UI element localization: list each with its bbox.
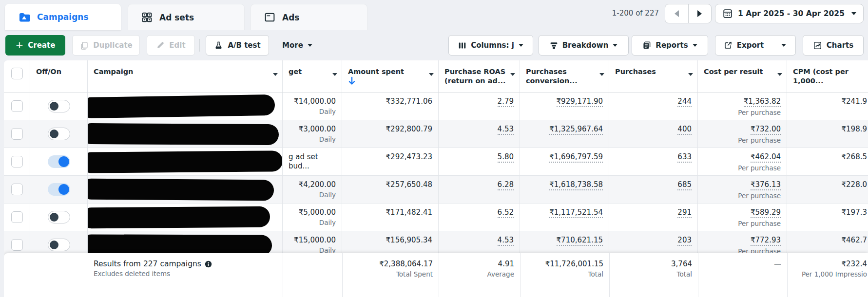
campaign-name-cell[interactable] — [88, 204, 283, 231]
campaign-name-cell[interactable] — [88, 120, 283, 148]
row-checkbox[interactable] — [11, 239, 23, 251]
more-button[interactable]: More — [274, 35, 321, 56]
chevron-down-icon — [693, 44, 697, 47]
tab-ad-sets[interactable]: Ad sets — [128, 4, 245, 30]
table-header-row: Off/On Campaign get Amount spent Purchas… — [4, 60, 868, 93]
campaign-toggle[interactable] — [48, 239, 70, 251]
sort-menu-icon[interactable] — [273, 73, 278, 76]
row-checkbox[interactable] — [11, 184, 23, 195]
results-title: Results from 227 campaigns — [94, 260, 201, 268]
budget-cell: ₹3,000.00 Daily — [283, 120, 342, 148]
budget-cell: g ad set bud... — [283, 148, 342, 175]
row-checkbox[interactable] — [11, 156, 23, 167]
tab-ads[interactable]: Ads — [251, 4, 367, 30]
header-amount-spent[interactable]: Amount spent — [342, 60, 439, 92]
export-button[interactable]: Export — [715, 35, 772, 56]
summary-footer: Results from 227 campaigns Excludes dele… — [4, 253, 868, 297]
ab-test-button[interactable]: A/B test — [206, 35, 269, 56]
footer-amount-spent: ₹2,388,064.17 Total Spent — [342, 253, 439, 297]
sort-menu-icon[interactable] — [777, 73, 782, 76]
toggle-knob — [50, 130, 58, 138]
toggle-knob — [58, 156, 69, 167]
cost-per-result-cell: ₹732.00 Per purchase — [698, 120, 787, 148]
amount-spent-cell: ₹292,473.23 — [342, 148, 439, 175]
chevron-down-icon — [613, 44, 617, 47]
actions-toolbar: + Create Duplicate Edit A/B test More Co… — [0, 31, 868, 59]
columns-button[interactable]: Columns: j — [448, 35, 533, 56]
redacted-campaign-name — [88, 179, 274, 201]
export-options-button[interactable] — [772, 35, 796, 56]
header-purchases-conversion[interactable]: Purchases conversion... — [520, 60, 609, 92]
sort-menu-icon[interactable] — [429, 73, 434, 76]
info-icon[interactable] — [205, 260, 212, 268]
purchases-cell: 685 — [609, 176, 698, 203]
footer-budget-cell — [283, 253, 342, 297]
cost-per-result-cell: ₹589.29 Per purchase — [698, 204, 787, 231]
campaign-toggle[interactable] — [48, 155, 70, 168]
edit-button-label: Edit — [169, 41, 185, 50]
campaign-name-cell[interactable] — [88, 148, 283, 175]
header-purchases[interactable]: Purchases — [609, 60, 698, 92]
sort-descending-icon — [348, 76, 433, 85]
amount-spent-cell: ₹332,771.06 — [342, 93, 439, 120]
flask-icon — [214, 41, 223, 50]
columns-icon — [458, 41, 466, 50]
top-tab-bar: Campaigns Ad sets Ads 1-200 of 227 1 Apr… — [0, 0, 868, 31]
campaign-name-cell[interactable] — [88, 93, 283, 120]
header-cost-per-result[interactable]: Cost per result — [698, 60, 787, 92]
next-page-button[interactable] — [688, 4, 712, 23]
chevron-down-icon — [781, 44, 786, 47]
edit-button[interactable]: Edit — [147, 35, 195, 56]
previous-page-icon — [675, 10, 679, 17]
campaign-toggle[interactable] — [48, 128, 70, 140]
breakdown-button-label: Breakdown — [562, 41, 609, 50]
footer-cost-per-result: — — [698, 253, 787, 297]
columns-button-label: Columns: j — [471, 41, 514, 50]
campaign-toggle[interactable] — [48, 183, 70, 196]
date-range-selector[interactable]: 1 Apr 2025 - 30 Apr 2025 — [715, 4, 864, 23]
tab-campaigns-label: Campaigns — [37, 12, 89, 22]
reports-button[interactable]: Reports — [632, 35, 708, 56]
purchases-conversion-value-cell: ₹1,117,521.54 — [520, 204, 609, 231]
campaign-name-cell[interactable] — [88, 176, 283, 203]
row-checkbox[interactable] — [11, 128, 23, 140]
row-checkbox[interactable] — [11, 100, 23, 112]
toolbar-divider — [199, 39, 200, 52]
duplicate-button[interactable]: Duplicate — [72, 35, 140, 56]
ads-card-icon — [264, 11, 276, 23]
redacted-campaign-name — [88, 123, 279, 145]
purchases-conversion-value-cell: ₹1,618,738.58 — [520, 176, 609, 203]
amount-spent-cell: ₹292,800.79 — [342, 120, 439, 148]
breakdown-icon — [550, 41, 558, 50]
campaign-toggle[interactable] — [48, 100, 70, 112]
budget-cell: ₹5,000.00 Daily — [283, 204, 342, 231]
breakdown-button[interactable]: Breakdown — [539, 35, 629, 56]
charts-button[interactable]: Charts — [803, 35, 864, 56]
charts-icon — [813, 41, 822, 50]
cpm-cell: ₹241.9 — [787, 93, 868, 120]
select-all-checkbox[interactable] — [11, 68, 23, 79]
tab-campaigns[interactable]: Campaigns — [5, 4, 121, 30]
header-purchase-roas[interactable]: Purchase ROAS (return on ad... — [439, 60, 520, 92]
header-campaign[interactable]: Campaign — [88, 60, 283, 92]
purchases-cell: 633 — [609, 148, 698, 175]
table-row: ₹5,000.00 Daily ₹171,482.41 6.52 ₹1,117,… — [4, 204, 868, 231]
table-body: ₹14,000.00 Daily ₹332,771.06 2.79 ₹929,1… — [4, 93, 868, 259]
toggle-knob — [50, 102, 58, 111]
reports-icon — [642, 41, 651, 50]
previous-page-button[interactable] — [665, 4, 688, 23]
campaign-toggle[interactable] — [48, 211, 70, 223]
header-budget[interactable]: get — [283, 60, 342, 92]
table-row: ₹14,000.00 Daily ₹332,771.06 2.79 ₹929,1… — [4, 93, 868, 120]
row-checkbox[interactable] — [11, 211, 23, 223]
sort-menu-icon[interactable] — [510, 73, 515, 76]
sort-menu-icon[interactable] — [599, 73, 604, 76]
amount-spent-cell: ₹171,482.41 — [342, 204, 439, 231]
sort-menu-icon[interactable] — [688, 73, 693, 76]
sort-menu-icon[interactable] — [332, 73, 337, 76]
header-cpm[interactable]: CPM (cost per 1,000... — [787, 60, 868, 92]
plus-icon: + — [16, 40, 24, 50]
amount-spent-cell: ₹257,650.48 — [342, 176, 439, 203]
purchases-conversion-value-cell: ₹929,171.90 — [520, 93, 609, 120]
create-button[interactable]: + Create — [5, 35, 65, 56]
